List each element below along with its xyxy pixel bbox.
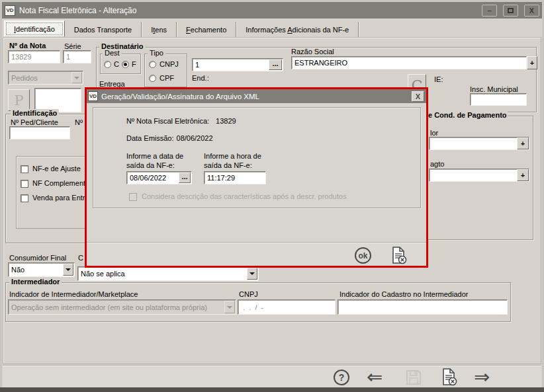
tab-bar: Identificação Dados Transporte Itens Fec… bbox=[4, 20, 359, 37]
close-button[interactable]: X bbox=[524, 5, 539, 17]
radio-dest-f-label: F bbox=[132, 60, 136, 69]
cnpj-label: CNPJ bbox=[239, 290, 258, 299]
tab-label: A bbox=[287, 26, 292, 34]
identificacao-group-title: Identificação bbox=[11, 109, 59, 117]
ellipsis-icon: ... bbox=[181, 173, 187, 180]
forward-button[interactable]: ⇒ bbox=[474, 368, 490, 386]
tab-label: Informações bbox=[246, 26, 287, 34]
nota-value: 13829 bbox=[11, 53, 32, 61]
indicador-marketplace-combobox[interactable]: Operação sem intermediador (em site ou p… bbox=[8, 299, 236, 315]
ped-cliente-field[interactable] bbox=[9, 126, 70, 139]
tab-identificacao[interactable]: Identificação bbox=[4, 20, 65, 37]
pagamento-field-2[interactable] bbox=[429, 169, 529, 182]
consumidor-final-combobox[interactable]: Não bbox=[8, 262, 75, 277]
pagamento-add-button-2[interactable]: + bbox=[517, 169, 529, 181]
hora-saida-field[interactable]: 11:17:29 bbox=[204, 171, 266, 184]
data-saida-label-line1: Informe a data de bbox=[126, 152, 183, 161]
destinatario-codigo-value: 1 bbox=[195, 61, 199, 69]
ok-label: ok bbox=[358, 251, 367, 260]
checkbox-label: NF-e de Ajuste bbox=[32, 165, 81, 173]
radio-cnpj-row: CNPJ bbox=[149, 60, 179, 69]
help-icon: ? bbox=[339, 372, 345, 383]
discard-button[interactable] bbox=[439, 368, 458, 386]
dropdown-button[interactable] bbox=[63, 264, 73, 276]
nfe-number-line: Nº Nota Fiscal Eletrônica: 13829 bbox=[126, 117, 236, 126]
nfe-number-label: Nº Nota Fiscal Eletrônica: bbox=[126, 117, 209, 126]
back-button[interactable]: ⇐ bbox=[367, 368, 383, 386]
destinatario-codigo-field[interactable]: 1 ... bbox=[192, 58, 283, 71]
xml-generation-dialog: VD Geração/Validação/Assinatura do Arqui… bbox=[85, 87, 428, 268]
secondary-combobox[interactable]: Não se aplica bbox=[77, 266, 259, 281]
checkbox-icon[interactable] bbox=[21, 180, 28, 188]
dropdown-button[interactable] bbox=[71, 72, 82, 83]
tab-fechamento[interactable]: Fechamento bbox=[177, 22, 236, 37]
tab-label: F bbox=[186, 26, 191, 34]
radio-cpf[interactable] bbox=[149, 75, 156, 82]
save-button bbox=[405, 369, 422, 386]
razao-social-label: Razão Social bbox=[291, 48, 334, 56]
data-saida-field[interactable]: 08/06/2022 ... bbox=[126, 171, 192, 184]
maximize-icon bbox=[508, 8, 514, 13]
radio-cpf-row: CPF bbox=[149, 74, 174, 83]
date-browse-button[interactable]: ... bbox=[179, 173, 191, 183]
plus-icon: + bbox=[521, 171, 525, 179]
caracteristicas-checkbox-row: Considera descrição das características … bbox=[129, 192, 346, 201]
cnpj-field[interactable]: . . / - bbox=[238, 299, 336, 315]
emissao-line: Data Emissão: 08/06/2022 bbox=[126, 134, 213, 143]
tab-itens[interactable]: Itens bbox=[142, 22, 177, 37]
consumidor-final-label: Consumidor Final bbox=[9, 254, 66, 262]
checkbox-nf-complement[interactable]: NF Complement bbox=[21, 179, 85, 188]
tab-informacoes-adicionais[interactable]: Informações Adicionais da NF-e bbox=[236, 22, 359, 37]
maximize-button[interactable] bbox=[503, 5, 518, 17]
dialog-title: Geração/Validação/Assinatura do Arquivo … bbox=[101, 93, 259, 100]
pagamento-field-1[interactable] bbox=[429, 137, 529, 150]
nota-field[interactable]: 13829 bbox=[8, 50, 60, 63]
indicador-marketplace-label: Indicador de Intermediador/Marketplace bbox=[9, 290, 138, 299]
browse-button[interactable]: ... bbox=[269, 59, 282, 70]
minimize-button[interactable]: – bbox=[482, 5, 497, 17]
intermediador-group-title: Intermediador bbox=[9, 278, 62, 286]
radio-cnpj[interactable] bbox=[149, 61, 156, 68]
checkbox-icon[interactable] bbox=[21, 194, 28, 202]
dropdown-button[interactable] bbox=[224, 301, 235, 313]
data-saida-value: 08/06/2022 bbox=[130, 174, 166, 182]
app-logo-icon: VD bbox=[5, 5, 15, 16]
insc-municipal-field[interactable] bbox=[470, 93, 527, 106]
checkbox-venda-entrega[interactable]: Venda para Entr bbox=[21, 194, 85, 202]
checkbox-icon[interactable] bbox=[21, 165, 28, 173]
radio-dest-c-label: C bbox=[114, 60, 119, 69]
secondary-combobox-value: Não se aplica bbox=[81, 270, 125, 278]
radio-dest-f[interactable] bbox=[122, 61, 129, 68]
p-button-label: P bbox=[14, 93, 23, 108]
cadastro-intermediador-field[interactable] bbox=[338, 299, 508, 315]
data-saida-label-line2: saída da NF-e: bbox=[126, 161, 175, 170]
bottom-toolbar bbox=[3, 365, 541, 387]
hora-saida-label-line2: saída da NF-e: bbox=[204, 161, 252, 170]
dialog-cancel-button[interactable] bbox=[389, 246, 408, 264]
help-button[interactable]: ? bbox=[334, 370, 349, 385]
hora-saida-label-line1: Informe a hora de bbox=[204, 152, 261, 161]
app-logo-icon: VD bbox=[88, 91, 98, 101]
tab-label: ens bbox=[155, 26, 167, 34]
chevron-down-icon bbox=[227, 306, 232, 311]
window-title: Nota Fiscal Eletrônica - Alteração bbox=[19, 6, 136, 15]
p-button[interactable]: P bbox=[8, 89, 30, 111]
app-window: VD Nota Fiscal Eletrônica - Alteração – … bbox=[0, 0, 544, 392]
tab-dados-transporte[interactable]: Dados Transporte bbox=[65, 22, 142, 37]
dialog-close-button[interactable]: X bbox=[412, 91, 424, 102]
razao-social-add-button[interactable]: + bbox=[527, 56, 537, 69]
radio-cpf-label: CPF bbox=[159, 74, 174, 83]
pagamento-add-button-1[interactable]: + bbox=[517, 137, 529, 149]
serie-field[interactable]: 1 bbox=[63, 50, 91, 63]
emissao-value: 08/06/2022 bbox=[177, 134, 213, 143]
razao-social-field[interactable]: ESTRANGEIRO bbox=[291, 56, 527, 69]
end-label: End.: bbox=[192, 74, 209, 83]
pedidos-combobox[interactable]: Pedidos bbox=[8, 71, 83, 85]
checkbox-nfe-ajuste[interactable]: NF-e de Ajuste bbox=[21, 165, 81, 173]
cnpj-mask-value: . . / - bbox=[241, 303, 263, 311]
radio-dest-c[interactable] bbox=[104, 61, 111, 68]
cadastro-intermediador-label: Indicador do Cadastro no Intermediador bbox=[340, 290, 468, 299]
dropdown-button[interactable] bbox=[247, 268, 257, 280]
ok-button[interactable]: ok bbox=[355, 247, 371, 264]
emissao-label: Data Emissão: bbox=[126, 134, 174, 143]
